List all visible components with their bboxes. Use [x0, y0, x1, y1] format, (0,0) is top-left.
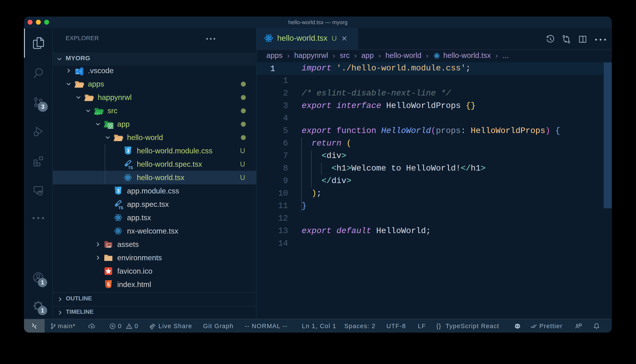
svg-text:3: 3	[117, 188, 119, 194]
svg-text:TS: TS	[128, 166, 133, 170]
svg-text:</>: </>	[94, 111, 100, 116]
svg-text:3: 3	[126, 148, 129, 154]
svg-text:TS: TS	[118, 206, 123, 210]
svg-text:5: 5	[107, 282, 110, 287]
